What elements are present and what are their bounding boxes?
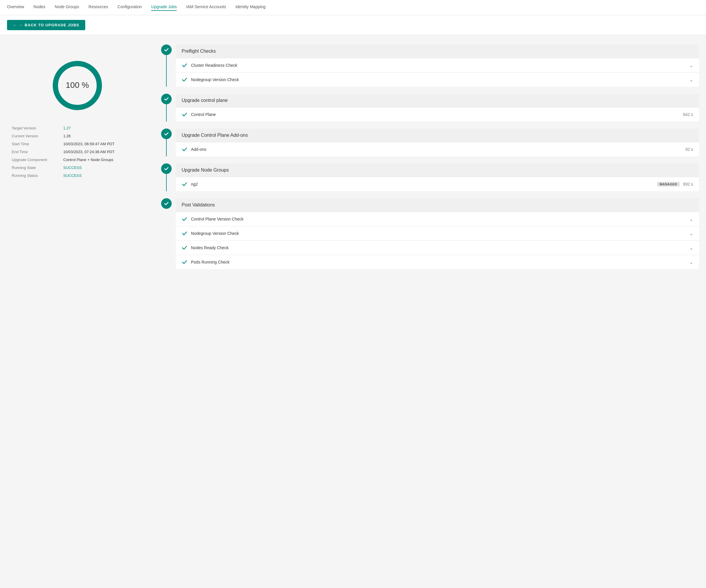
chevron-down-icon[interactable]: ⌄ [689,259,693,265]
item-badge: MANAGED [657,182,679,186]
check-circle-icon [164,201,169,206]
item-label: Pods Running Check [191,260,683,264]
section-content-preflight: Preflight Checks Cluster Readiness Check… [176,44,699,87]
section-item: Nodegroup Version Check⌄ [176,72,699,87]
info-row: Start Time 10/03/2023, 06:59:47 AM PDT [12,140,143,148]
timeline-section-addons: Upgrade Control Plane Add-ons Add-ons92 … [159,129,699,156]
info-value: Control Plane + Node Groups [63,158,113,162]
section-header: Upgrade Node Groups [176,163,699,177]
nav-item-overview[interactable]: Overview [7,4,24,11]
nav-item-iam-service-accounts[interactable]: IAM Service Accounts [186,4,226,11]
check-circle-icon [164,47,169,52]
check-circle-icon [164,166,169,171]
item-check-icon [182,245,188,251]
section-header: Preflight Checks [176,44,699,58]
section-item: Pods Running Check⌄ [176,255,699,269]
section-item: ng2MANAGED692 s [176,177,699,191]
info-row: Current Version 1.26 [12,132,143,140]
nav-item-identity-mapping[interactable]: Identity Mapping [236,4,266,11]
chevron-down-icon[interactable]: ⌄ [689,63,693,68]
item-duration: 692 s [683,182,693,186]
timeline-connector-line [166,104,167,122]
right-panel: Preflight Checks Cluster Readiness Check… [159,44,699,583]
chevron-down-icon[interactable]: ⌄ [689,77,693,83]
section-header: Upgrade control plane [176,94,699,107]
timeline-dot [161,94,172,104]
timeline-section-preflight: Preflight Checks Cluster Readiness Check… [159,44,699,87]
item-check-icon [182,62,188,68]
timeline-track [159,94,173,122]
section-item: Cluster Readiness Check⌄ [176,58,699,72]
item-label: Nodes Ready Check [191,245,683,250]
timeline-track [159,198,173,269]
timeline-dot [161,198,172,209]
timeline-dot [161,163,172,174]
chevron-down-icon[interactable]: ⌄ [689,216,693,222]
top-navigation: Overview Nodes Node Groups Resources Con… [0,0,706,15]
timeline-track [159,163,173,191]
section-content-addons: Upgrade Control Plane Add-ons Add-ons92 … [176,129,699,156]
timeline-track [159,129,173,156]
item-label: Nodegroup Version Check [191,231,683,236]
info-row: Running State SUCCESS [12,164,143,172]
timeline-section-post-validations: Post Validations Control Plane Version C… [159,198,699,269]
info-label: Running Status [12,173,58,178]
section-content-node-groups: Upgrade Node Groups ng2MANAGED692 s [176,163,699,191]
back-arrow-icon: ← [13,23,17,27]
info-label: Target Version [12,126,58,130]
back-to-upgrade-jobs-button[interactable]: ← ← BACK TO UPGRADE JOBS [7,20,85,30]
item-label: Control Plane [191,112,680,117]
left-panel: 100 % Target Version 1.27 Current Versio… [7,44,148,583]
info-row: Upgrade Component Control Plane + Node G… [12,156,143,164]
info-label: Start Time [12,142,58,146]
job-info-table: Target Version 1.27 Current Version 1.26… [7,124,148,179]
section-item: Nodegroup Version Check⌄ [176,226,699,241]
section-header: Upgrade Control Plane Add-ons [176,129,699,142]
back-button-label: ← BACK TO UPGRADE JOBS [19,23,79,27]
chevron-down-icon[interactable]: ⌄ [689,231,693,236]
info-row: End Time 10/03/2023, 07:24:38 AM PDT [12,148,143,156]
info-value: 1.26 [63,134,71,138]
item-duration: 92 s [685,147,693,152]
item-label: Cluster Readiness Check [191,63,683,68]
item-label: Add-ons [191,147,682,152]
item-check-icon [182,259,188,265]
nav-item-upgrade-jobs[interactable]: Upgrade Jobs [151,4,176,11]
item-check-icon [182,216,188,222]
nav-item-resources[interactable]: Resources [88,4,108,11]
info-label: Running State [12,165,58,170]
item-check-icon [182,112,188,117]
section-content-control-plane: Upgrade control plane Control Plane642 s [176,94,699,122]
nav-item-nodes[interactable]: Nodes [33,4,45,11]
section-item: Control Plane642 s [176,107,699,122]
timeline-connector-line [166,174,167,191]
check-circle-icon [164,96,169,101]
timeline-connector-line [166,55,167,87]
info-value: 1.27 [63,126,71,130]
chevron-down-icon[interactable]: ⌄ [689,245,693,251]
item-check-icon [182,77,188,83]
nav-item-configuration[interactable]: Configuration [117,4,142,11]
timeline-track [159,44,173,87]
section-header: Post Validations [176,198,699,212]
item-check-icon [182,181,188,187]
timeline-section-control-plane: Upgrade control plane Control Plane642 s [159,94,699,122]
item-check-icon [182,146,188,152]
info-value: SUCCESS [63,165,82,170]
timeline-section-node-groups: Upgrade Node Groups ng2MANAGED692 s [159,163,699,191]
info-row: Target Version 1.27 [12,124,143,132]
info-value: 10/03/2023, 06:59:47 AM PDT [63,142,115,146]
item-label: ng2 [191,182,654,186]
info-value: 10/03/2023, 07:24:38 AM PDT [63,150,115,154]
upgrade-timeline: Preflight Checks Cluster Readiness Check… [159,44,699,276]
item-duration: 642 s [683,112,693,117]
progress-text: 100 % [66,81,89,90]
info-label: Current Version [12,134,58,138]
main-content: 100 % Target Version 1.27 Current Versio… [0,35,706,588]
item-check-icon [182,230,188,236]
timeline-connector-line [166,139,167,156]
item-label: Control Plane Version Check [191,217,683,221]
info-row: Running Status SUCCESS [12,172,143,179]
nav-item-node-groups[interactable]: Node Groups [55,4,79,11]
info-label: End Time [12,150,58,154]
